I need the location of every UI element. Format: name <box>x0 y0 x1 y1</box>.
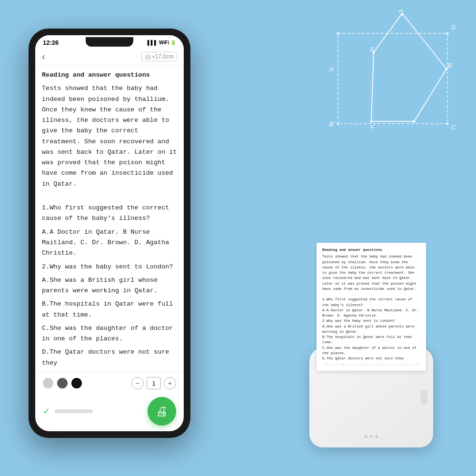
content-q2a: A.She was a British girl whose parents w… <box>42 275 177 297</box>
bottom-row: ✓ 🖨 <box>35 394 184 431</box>
signal-icon: ▌▌▌ <box>148 40 158 45</box>
svg-text:B': B' <box>447 62 453 69</box>
svg-text:B': B' <box>329 120 335 128</box>
print-icon: 🖨 <box>156 404 168 419</box>
svg-point-18 <box>446 123 449 125</box>
decrease-button[interactable]: − <box>131 377 144 389</box>
speaker-dot <box>370 435 373 438</box>
paper-text1: Tests showed that the baby had indeed be… <box>322 254 420 292</box>
svg-point-11 <box>446 68 448 70</box>
paper-title: Reading and answer questions <box>322 248 420 253</box>
status-icons: ▌▌▌ WiFi 🔋 <box>148 40 176 45</box>
svg-text:A: A <box>329 66 334 73</box>
svg-point-15 <box>337 32 339 35</box>
svg-point-10 <box>401 13 404 16</box>
paper-q2b: B.The hospitals in Qatar were full at th… <box>322 335 420 346</box>
ruler-label: ⬜ ≈17.0cm <box>141 52 177 61</box>
increase-button[interactable]: + <box>164 377 176 389</box>
color-dark[interactable] <box>57 378 68 388</box>
printer-paper: Reading and answer questions Tests showe… <box>317 243 426 371</box>
battery-icon: 🔋 <box>170 40 176 45</box>
svg-point-14 <box>373 51 375 54</box>
print-controls: − 1 + <box>131 377 176 389</box>
color-gray[interactable] <box>43 378 53 388</box>
svg-point-12 <box>413 120 416 123</box>
paper-q1-options: A.A Doctor in Qatar. B Nurse Maitland. C… <box>322 308 420 319</box>
paper-q1: 1.Who first suggested the correct cause … <box>322 297 420 308</box>
print-button[interactable]: 🖨 <box>148 397 176 426</box>
svg-text:F: F <box>370 124 375 131</box>
speaker-dot <box>365 435 367 438</box>
count-display: 1 <box>147 377 161 389</box>
svg-point-16 <box>446 32 449 35</box>
svg-rect-0 <box>338 33 447 124</box>
status-time: 12:26 <box>43 39 59 46</box>
content-title: Reading and answer questions <box>42 70 177 80</box>
thermal-printer: Reading and answer questions Tests showe… <box>295 248 447 447</box>
phone: 12:26 ▌▌▌ WiFi 🔋 ‹ ⬜ ≈17.0cm Reading and… <box>29 29 190 438</box>
phone-notch <box>86 37 133 47</box>
svg-point-13 <box>370 120 373 123</box>
phone-header: ‹ ⬜ ≈17.0cm <box>35 48 184 65</box>
svg-text:D: D <box>451 24 456 31</box>
paper-q2: 2.Why was the baby sent to London? <box>322 318 420 324</box>
content-q2: 2.Why was the baby sent to London? <box>42 262 177 272</box>
phone-content: Reading and answer questions Tests showe… <box>35 65 184 372</box>
content-q1-options: A.A Doctor in Qatar. B Nurse Maitland. C… <box>42 227 177 259</box>
paper-q2c: C.She was the daughter of a doctor in on… <box>322 346 420 357</box>
check-icon: ✓ <box>43 406 50 416</box>
content-q2c: C.She was the daughter of a doctor in on… <box>42 323 177 345</box>
back-button[interactable]: ‹ <box>42 51 45 62</box>
wifi-icon: WiFi <box>159 40 169 45</box>
svg-marker-1 <box>371 13 446 121</box>
printer-side-button[interactable] <box>421 390 427 405</box>
content-q1: 1.Who first suggested the correct cause … <box>42 203 177 224</box>
color-picker <box>43 378 82 388</box>
content-q2d: D.The Qatar doctors were not sure they <box>42 347 177 368</box>
svg-point-17 <box>337 123 339 125</box>
content-q2b: B.The hospitals in Qatar were full at th… <box>42 299 177 320</box>
geometry-diagram: A' E B' D A B' F C <box>300 10 462 143</box>
paper-q2d: D.The Qatar doctors were not sure they <box>322 356 420 361</box>
gray-pill <box>55 409 93 413</box>
paper-q2a: A.She was a British girl whose parents w… <box>322 324 420 335</box>
color-black[interactable] <box>71 378 82 388</box>
content-paragraph1: Tests showed that the baby had indeed be… <box>42 83 177 189</box>
speaker-dot <box>375 435 378 438</box>
paper-tear <box>322 363 420 366</box>
phone-bottom-bar: − 1 + <box>35 372 184 394</box>
svg-text:C: C <box>451 124 456 131</box>
